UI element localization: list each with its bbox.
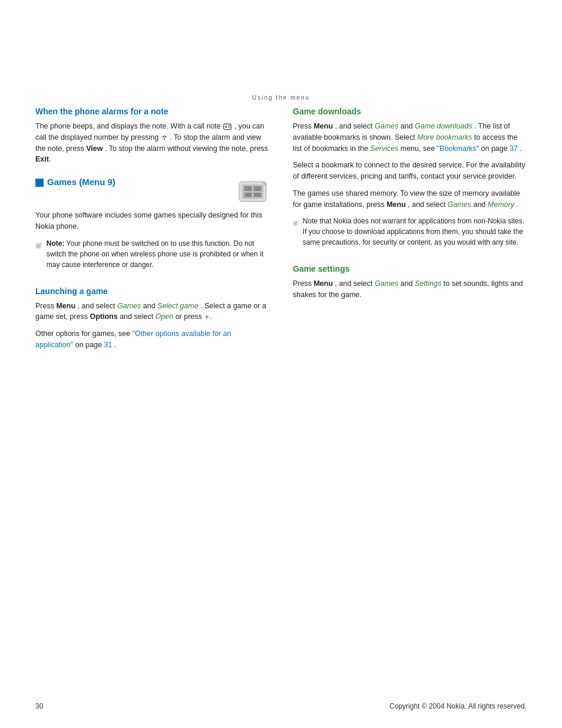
open-link: Open [156, 312, 174, 321]
game-settings-heading: Game settings [293, 264, 527, 274]
note-text-left: Note: Your phone must be switched on to … [47, 238, 269, 270]
note-label: Note: [47, 239, 65, 248]
footer-copyright: Copyright © 2004 Nokia. All rights reser… [389, 702, 527, 710]
select-game-link: Select game [157, 302, 198, 310]
call-note-icon [223, 123, 232, 131]
launch-heading: Launching a game [35, 286, 269, 296]
game-downloads-link: Game downloads [415, 122, 472, 130]
games-link-r2: Games [448, 200, 471, 209]
menu-bold-r1: Menu [313, 122, 333, 130]
menu-bold-r2: Menu [386, 200, 406, 209]
game-downloads-body1: Press Menu , and select Games and Game d… [293, 121, 527, 154]
blue-square-icon [35, 179, 44, 187]
note-box-right: Note that Nokia does not warrant for app… [293, 216, 527, 252]
more-bookmarks-link: More bookmarks [417, 133, 472, 141]
page-container: Using the menu When the phone alarms for… [0, 0, 562, 728]
svg-rect-0 [224, 124, 231, 129]
launch-section: Launching a game Press Menu , and select… [35, 286, 269, 351]
game-downloads-body2: Select a bookmark to connect to the desi… [293, 160, 527, 182]
note-icon-right [293, 216, 298, 231]
game-settings-section: Game settings Press Menu , and select Ga… [293, 264, 527, 301]
svg-rect-10 [254, 193, 261, 197]
alarm-note-heading: When the phone alarms for a note [35, 107, 269, 116]
svg-rect-8 [254, 186, 261, 191]
footer: 30 Copyright © 2004 Nokia. All rights re… [0, 690, 562, 728]
press-icon [161, 134, 168, 141]
note-text-right: Note that Nokia does not warrant for app… [303, 216, 527, 248]
games-body: Your phone software includes some games … [35, 210, 269, 232]
settings-link: Settings [415, 279, 441, 288]
bookmarks-page-num[interactable]: 37 [510, 144, 518, 153]
game-downloads-body3: The games use shared memory. To view the… [293, 188, 527, 210]
game-downloads-section: Game downloads Press Menu , and select G… [293, 107, 527, 252]
svg-rect-9 [244, 193, 252, 197]
left-column: When the phone alarms for a note The pho… [35, 107, 269, 690]
games-icon [236, 177, 269, 206]
memory-link: Memory [488, 200, 514, 209]
launch-body1: Press Menu , and select Games and Select… [35, 301, 269, 323]
footer-page-number: 30 [35, 702, 43, 710]
exit-label: Exit [35, 155, 49, 163]
games-link-r1: Games [375, 122, 398, 130]
options-bold: Options [90, 312, 117, 321]
note-box-left: Note: Your phone must be switched on to … [35, 238, 269, 275]
game-downloads-heading: Game downloads [293, 107, 527, 116]
launch-body2: Other options for games, see "Other opti… [35, 328, 269, 351]
games-section-header: Games (Menu 9) [35, 177, 269, 206]
svg-rect-7 [244, 186, 252, 191]
svg-point-1 [225, 126, 227, 127]
games-heading: Games (Menu 9) [47, 177, 115, 187]
page-ref-link[interactable]: 31 [104, 341, 112, 349]
right-column: Game downloads Press Menu , and select G… [293, 107, 527, 690]
menu-bold: Menu [56, 302, 75, 310]
section-label: Using the menu [0, 0, 562, 107]
view-label: View [86, 144, 103, 153]
note-icon-left [35, 238, 42, 253]
press-icon-small [204, 314, 210, 320]
menu-bold-r3: Menu [313, 279, 333, 288]
games-link: Games [117, 302, 141, 310]
alarm-note-body: The phone beeps, and displays the note. … [35, 121, 269, 165]
bookmarks-page-link[interactable]: "Bookmarks" [437, 144, 479, 153]
content-area: When the phone alarms for a note The pho… [0, 107, 562, 690]
services-link: Services [370, 144, 398, 153]
game-settings-body: Press Menu , and select Games and Settin… [293, 278, 527, 301]
games-link-r3: Games [375, 279, 398, 288]
